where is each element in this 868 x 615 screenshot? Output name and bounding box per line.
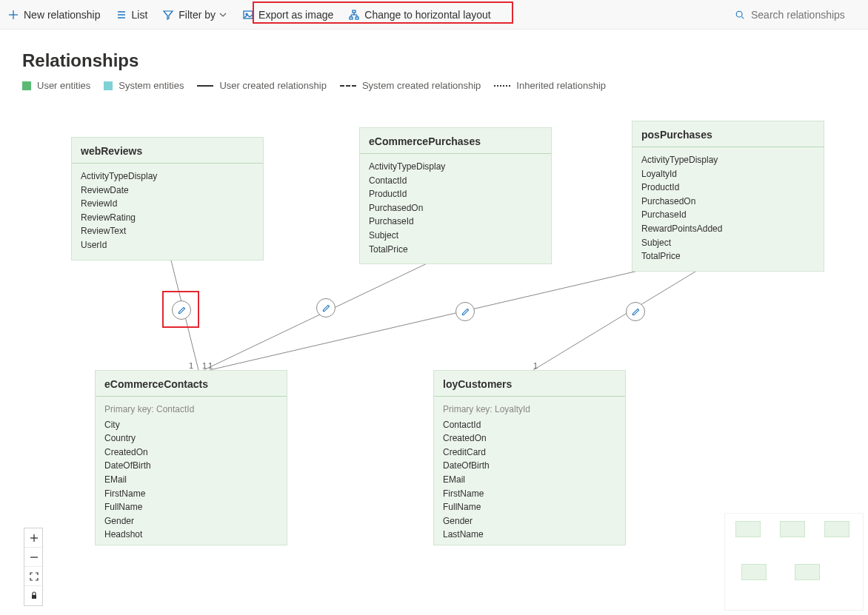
minimap[interactable]	[724, 513, 864, 611]
svg-rect-9	[350, 17, 353, 19]
entity-field: LastName	[104, 542, 278, 545]
zoom-fit-button[interactable]	[24, 567, 44, 586]
fullscreen-icon	[30, 572, 39, 581]
search-input[interactable]	[750, 8, 861, 21]
entity-header: webReviews	[72, 138, 263, 164]
entity-field: CreatedOn	[443, 431, 616, 446]
entity-field: ActivityTypeDisplay	[81, 169, 254, 184]
filter-label: Filter by	[178, 9, 216, 21]
entity-field: ActivityTypeDisplay	[369, 160, 542, 174]
zoom-controls	[24, 528, 43, 606]
entity-field: CreditCard	[443, 446, 616, 460]
entity-field: ReviewText	[81, 224, 254, 238]
entity-field: DateOfBirth	[104, 459, 278, 473]
relationship-canvas[interactable]: * 1 * 1 * 1 * 1 webReviews ActivityTypeD…	[0, 111, 868, 615]
edit-relationship-button-3[interactable]	[455, 302, 475, 321]
entity-field: FirstName	[443, 487, 616, 501]
edit-relationship-button-2[interactable]	[316, 298, 335, 317]
entity-field: ReviewDate	[81, 184, 254, 198]
svg-point-15	[736, 11, 742, 17]
zoom-out-button[interactable]	[24, 548, 44, 567]
system-entities-swatch	[104, 81, 113, 90]
list-button[interactable]: List	[108, 4, 156, 25]
pencil-icon	[631, 307, 641, 317]
entity-ecommercecontacts[interactable]: eCommerceContacts Primary key: ContactId…	[95, 370, 287, 545]
entity-field: Subject	[369, 229, 542, 243]
entity-header: eCommercePurchases	[360, 128, 551, 154]
cardinality-one: 1	[208, 361, 213, 370]
entity-loycustomers[interactable]: loyCustomers Primary key: LoyaltyId Cont…	[433, 370, 626, 545]
list-icon	[116, 9, 127, 21]
new-relationship-button[interactable]: New relationship	[0, 4, 108, 25]
entity-field: LoyaltyId	[641, 167, 815, 181]
pencil-icon	[461, 307, 470, 317]
legend-inherited-rel-label: Inherited relationship	[516, 80, 606, 91]
edit-relationship-button-4[interactable]	[626, 302, 645, 321]
entity-fields: ActivityTypeDisplayReviewDateReviewIdRev…	[72, 164, 263, 260]
toolbar: New relationship List Filter by Export a…	[0, 0, 868, 30]
entity-header: loyCustomers	[434, 371, 625, 397]
entity-fields: Primary key: ContactId CityCountryCreate…	[96, 397, 287, 545]
plus-icon	[30, 534, 39, 542]
entity-pospurchases[interactable]: posPurchases ActivityTypeDisplayLoyaltyI…	[632, 121, 824, 272]
entity-field: ProductId	[369, 187, 542, 201]
search-icon	[735, 10, 745, 20]
entity-field: TotalPrice	[641, 249, 815, 263]
minimap-entity	[824, 521, 849, 537]
entity-field: ContactId	[369, 174, 542, 188]
entity-field: RewardPointsAdded	[641, 222, 815, 236]
entity-field: ContactId	[443, 418, 616, 432]
change-layout-label: Change to horizontal layout	[364, 9, 490, 21]
svg-marker-5	[164, 11, 173, 19]
pencil-icon	[177, 306, 187, 315]
entity-field: PurchaseId	[369, 215, 542, 229]
entity-field: UserId	[81, 238, 254, 252]
search-box[interactable]	[735, 0, 861, 29]
chevron-down-icon	[218, 10, 227, 19]
legend-user-rel: User created relationship	[197, 80, 327, 91]
entity-field: FirstName	[104, 487, 278, 501]
legend-system-entities-label: System entities	[118, 80, 184, 91]
entity-field: PurchasedOn	[369, 201, 542, 215]
legend-user-entities: User entities	[22, 80, 90, 91]
primary-key: Primary key: ContactId	[104, 403, 278, 417]
filter-icon	[162, 9, 174, 21]
plus-icon	[7, 9, 19, 21]
entity-field: Headshot	[104, 528, 278, 542]
change-layout-button[interactable]: Change to horizontal layout	[341, 4, 498, 25]
entity-field: LastName	[443, 528, 616, 542]
entity-field: ProductId	[641, 181, 815, 195]
entity-field: DateOfBirth	[443, 459, 616, 473]
entity-field: Gender	[443, 514, 616, 528]
cardinality-one: 1	[202, 361, 207, 370]
filter-button[interactable]: Filter by	[155, 4, 235, 25]
entity-field: ActivityTypeDisplay	[641, 153, 815, 167]
export-image-label: Export as image	[258, 9, 333, 21]
entity-field: Gender	[104, 514, 278, 528]
user-entities-swatch	[22, 81, 31, 90]
svg-rect-8	[353, 10, 355, 13]
export-image-button[interactable]: Export as image	[235, 4, 341, 25]
zoom-in-button[interactable]	[24, 528, 44, 548]
entity-field: PurchasedOn	[641, 195, 815, 209]
legend: User entities System entities User creat…	[22, 80, 868, 91]
layout-icon	[348, 9, 360, 21]
entity-webreviews[interactable]: webReviews ActivityTypeDisplayReviewDate…	[71, 137, 264, 261]
minimap-entity	[795, 564, 820, 580]
page-title: Relationships	[22, 50, 868, 71]
entity-field: RewardPoints	[443, 542, 616, 545]
edit-relationship-button-1[interactable]	[172, 300, 191, 320]
legend-user-entities-label: User entities	[37, 80, 90, 91]
entity-field: FullName	[443, 500, 616, 514]
zoom-lock-button[interactable]	[24, 586, 44, 605]
entity-fields: Primary key: LoyaltyId ContactIdCreatedO…	[434, 397, 625, 545]
entity-field: ReviewId	[81, 197, 254, 211]
legend-inherited-rel: Inherited relationship	[494, 80, 606, 91]
inherited-rel-line	[494, 85, 510, 87]
minus-icon	[30, 553, 39, 562]
entity-fields: ActivityTypeDisplayLoyaltyIdProductIdPur…	[632, 147, 824, 271]
entity-header: posPurchases	[632, 121, 824, 147]
entity-ecommercepurchases[interactable]: eCommercePurchases ActivityTypeDisplayCo…	[359, 127, 552, 264]
list-label: List	[132, 9, 148, 21]
new-relationship-label: New relationship	[24, 9, 101, 21]
